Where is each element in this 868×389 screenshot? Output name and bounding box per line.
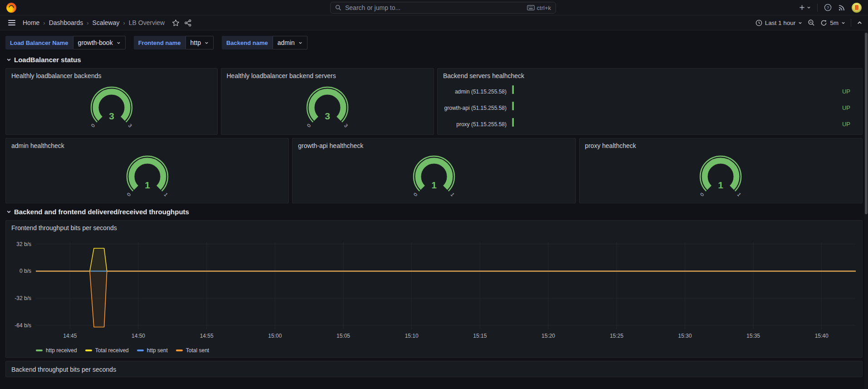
y-axis-tick: -32 b/s — [15, 295, 36, 301]
breadcrumb-separator: › — [43, 20, 45, 26]
chart-legend: http receivedTotal receivedhttp sentTota… — [36, 347, 209, 354]
plus-icon — [799, 4, 805, 11]
svg-text:3: 3 — [325, 111, 330, 121]
x-axis-tick: 15:35 — [746, 330, 760, 339]
collapse-toolbar-button[interactable] — [857, 20, 863, 26]
filter-load-balancer: Load Balancer Name growth-book — [5, 36, 126, 49]
svg-text:0: 0 — [306, 123, 312, 128]
panel-backend-throughput: Backend throughput bits per seconds — [5, 361, 863, 377]
scrollbar-thumb[interactable] — [865, 33, 868, 214]
x-axis-tick: 15:25 — [610, 330, 624, 339]
breadcrumb-home[interactable]: Home — [23, 19, 39, 26]
filter-label: Backend name — [222, 36, 273, 49]
refresh-picker[interactable]: 5m — [820, 20, 845, 26]
chevron-down-icon — [798, 21, 802, 25]
bar-gauge-list: admin (51.15.255.58) UP growth-api (51.1… — [438, 79, 862, 134]
panel-title: Backend throughput bits per seconds — [6, 361, 862, 373]
svg-text:1: 1 — [449, 192, 455, 197]
svg-text:0: 0 — [412, 192, 418, 197]
panel-frontend-throughput: Frontend throughput bits per seconds 32 … — [5, 220, 863, 358]
panel-healthy-backend-servers: Healthly loadbalancer backend servers 30… — [221, 68, 434, 135]
help-icon: ? — [824, 4, 832, 11]
legend-swatch — [36, 350, 43, 351]
legend-item[interactable]: Total sent — [176, 347, 209, 354]
legend-item[interactable]: Total received — [85, 347, 129, 354]
chevron-down-icon — [117, 41, 121, 45]
bar-gauge-row: growth-api (51.15.255.58) UP — [444, 102, 856, 113]
breadcrumb-dashboards[interactable]: Dashboards — [49, 19, 83, 26]
legend-swatch — [137, 350, 144, 351]
share-button[interactable] — [184, 19, 192, 27]
keyboard-icon — [527, 5, 535, 10]
menu-toggle-button[interactable] — [5, 18, 18, 27]
grafana-logo-icon[interactable] — [6, 3, 16, 13]
y-axis-tick: 0 b/s — [20, 268, 36, 274]
svg-text:?: ? — [827, 5, 829, 10]
breadcrumb-current: LB Overview — [129, 19, 165, 26]
x-axis-tick: 14:55 — [200, 330, 214, 339]
panel-title: Frontend throughput bits per seconds — [6, 221, 862, 231]
svg-text:3: 3 — [127, 123, 133, 128]
legend-swatch — [85, 350, 92, 351]
status-badge: UP — [788, 104, 856, 111]
add-button[interactable] — [799, 4, 811, 11]
user-avatar[interactable] — [852, 3, 862, 13]
filter-label: Frontend name — [134, 36, 185, 49]
chevron-down-icon — [807, 5, 811, 10]
section-loadbalancer-status[interactable]: LoadBalancer status — [6, 56, 863, 64]
chevron-down-icon — [298, 41, 302, 45]
refresh-interval-label: 5m — [830, 20, 839, 26]
search-input[interactable]: Search or jump to... ctrl+k — [330, 2, 556, 14]
filter-backend: Backend name admin — [222, 36, 307, 49]
server-label: admin (51.15.255.58) — [444, 89, 512, 95]
y-axis-tick: -64 b/s — [15, 322, 36, 329]
svg-text:1: 1 — [145, 180, 150, 190]
filter-frontend: Frontend name http — [134, 36, 214, 49]
legend-label: Total received — [95, 347, 129, 354]
svg-text:0: 0 — [126, 192, 132, 197]
panel-healthy-backends: Healthly loadbalancer backends 303 — [5, 68, 218, 135]
favorite-button[interactable] — [172, 19, 180, 27]
frontend-select[interactable]: http — [185, 36, 214, 49]
breadcrumb-separator: › — [87, 20, 88, 26]
chevron-down-icon — [841, 21, 845, 25]
page-scrollbar[interactable] — [864, 31, 868, 389]
filter-label: Load Balancer Name — [5, 36, 73, 49]
time-range-picker[interactable]: Last 1 hour — [756, 20, 803, 26]
search-shortcut: ctrl+k — [527, 5, 551, 11]
backend-select[interactable]: admin — [273, 36, 307, 49]
timeseries-chart[interactable]: 32 b/s0 b/s-32 b/s-64 b/s14:4514:5014:55… — [6, 234, 862, 357]
load-balancer-select[interactable]: growth-book — [73, 36, 126, 49]
dashboard-toolbar: Home › Dashboards › Scaleway › LB Overvi… — [0, 15, 868, 30]
legend-item[interactable]: http sent — [137, 347, 168, 354]
dashboard-content: Load Balancer Name growth-book Frontend … — [0, 30, 868, 377]
plot-area[interactable]: 32 b/s0 b/s-32 b/s-64 b/s14:4514:5014:55… — [36, 242, 856, 330]
bar-gauge — [512, 86, 788, 97]
panel-backend-servers-healthcheck: Backend servers healhcheck admin (51.15.… — [437, 68, 863, 135]
legend-label: http received — [46, 347, 77, 354]
refresh-icon — [820, 20, 827, 26]
breadcrumb-separator: › — [123, 20, 125, 26]
svg-text:0: 0 — [699, 192, 705, 197]
section-throughputs[interactable]: Backend and frontend delivered/received … — [6, 208, 863, 216]
svg-text:3: 3 — [343, 123, 349, 128]
panel-admin-healthcheck: admin healthcheck 101 — [5, 138, 289, 203]
svg-text:1: 1 — [431, 180, 437, 190]
bar-gauge — [512, 118, 788, 130]
time-controls: Last 1 hour 5m — [756, 19, 863, 27]
panel-title: Backend servers healhcheck — [438, 69, 862, 79]
legend-item[interactable]: http received — [36, 347, 77, 354]
variable-filters: Load Balancer Name growth-book Frontend … — [5, 36, 863, 49]
zoom-out-button[interactable] — [808, 19, 815, 26]
chevron-down-icon — [6, 209, 11, 214]
svg-text:1: 1 — [736, 192, 742, 197]
news-button[interactable] — [838, 4, 845, 11]
x-axis-tick: 15:10 — [405, 330, 419, 339]
bar-fill — [512, 102, 514, 110]
server-label: proxy (51.15.255.58) — [444, 121, 512, 128]
svg-text:1: 1 — [163, 192, 169, 197]
clock-icon — [756, 20, 762, 26]
help-button[interactable]: ? — [824, 4, 832, 11]
bar-fill — [512, 85, 514, 94]
breadcrumb-scaleway[interactable]: Scaleway — [93, 19, 120, 26]
